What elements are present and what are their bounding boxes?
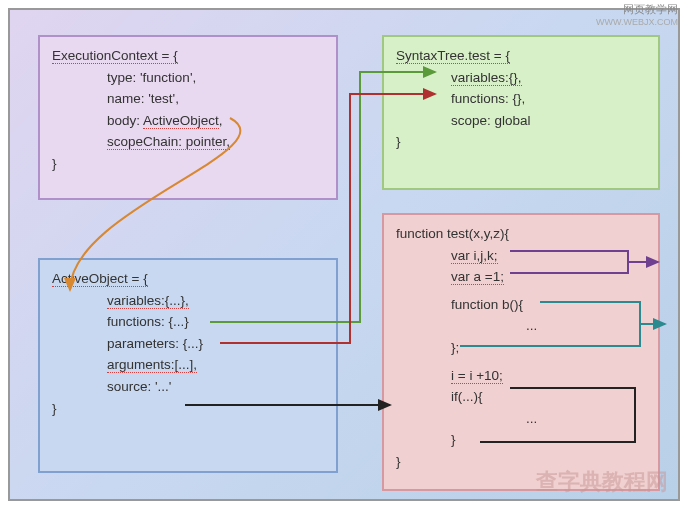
syntax-tree-box: SyntaxTree.test = { variables:{}, functi…: [382, 35, 660, 190]
ao-functions: functions: {...}: [52, 311, 324, 333]
function-test-box: function test(x,y,z){ var i,j,k; var a =…: [382, 213, 660, 491]
st-close: }: [396, 131, 646, 153]
st-variables: variables:{},: [396, 67, 646, 89]
ft-header: function test(x,y,z){: [396, 223, 646, 245]
ao-close: }: [52, 398, 324, 420]
st-scope: scope: global: [396, 110, 646, 132]
ec-name: name: 'test',: [52, 88, 324, 110]
ec-scopechain: scopeChain: pointer,: [52, 131, 324, 153]
st-header: SyntaxTree.test = {: [396, 45, 646, 67]
ft-fnbclose: };: [396, 337, 646, 359]
execution-context-box: ExecutionContext = { type: 'function', n…: [38, 35, 338, 200]
ft-dots2: ...: [396, 408, 646, 430]
ao-source: source: '...': [52, 376, 324, 398]
ft-vara: var a =1;: [396, 266, 646, 288]
ft-vardecl: var i,j,k;: [396, 245, 646, 267]
ao-variables: variables:{...},: [52, 290, 324, 312]
diagram-canvas: ExecutionContext = { type: 'function', n…: [8, 8, 680, 501]
watermark-top: 网页教学网 WWW.WEBJX.COM: [596, 2, 678, 27]
ao-parameters: parameters: {...}: [52, 333, 324, 355]
ft-iexpr: i = i +10;: [396, 365, 646, 387]
ec-body-value: ActiveObject: [143, 113, 219, 129]
ft-ifclose: }: [396, 429, 646, 451]
ft-if: if(...){: [396, 386, 646, 408]
watermark-bottom: 查字典教程网: [536, 467, 668, 497]
ft-fnb: function b(){: [396, 294, 646, 316]
ao-arguments: arguments:[...],: [52, 354, 324, 376]
ft-dots1: ...: [396, 315, 646, 337]
ec-body: body: ActiveObject,: [52, 110, 324, 132]
ec-close: }: [52, 153, 324, 175]
ec-type: type: 'function',: [52, 67, 324, 89]
active-object-box: ActiveObject = { variables:{...}, functi…: [38, 258, 338, 473]
st-functions: functions: {},: [396, 88, 646, 110]
ao-header: ActiveObject = {: [52, 268, 324, 290]
ec-header: ExecutionContext = {: [52, 45, 324, 67]
